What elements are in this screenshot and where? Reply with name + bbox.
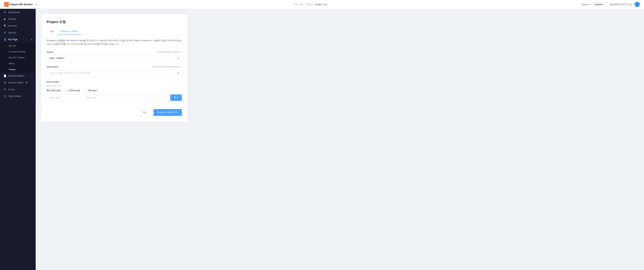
sidebar-label-my-erc-tokens: My ERC Tokens	[9, 56, 24, 59]
tab-bar: Info Actions & Filters	[46, 28, 182, 35]
sidebar-item-project[interactable]: Project	[0, 66, 36, 72]
documentation-icon: 📄	[4, 74, 6, 77]
sidebar-label-billing: Billing	[9, 62, 14, 65]
cancel-button[interactable]: 취소	[138, 109, 152, 116]
breadcrumb-project[interactable]: Project	[306, 3, 312, 5]
action-required: *	[54, 51, 54, 53]
sidebar-submenu-mypage: My Info Account Security My ERC Tokens B…	[0, 43, 36, 72]
sidebar-item-service-status[interactable]: ⊞ Service Status ↗	[0, 79, 36, 86]
sidebar-label-forum: Forum	[8, 88, 15, 91]
chevron-right-icon-service: ›	[32, 32, 32, 34]
action-search-hint: 검색할 Action을 입력합니다.	[156, 51, 182, 54]
forum-icon: ✉	[4, 88, 6, 91]
external-link-icon-forum: ↗	[31, 89, 32, 90]
chevron-right-icon: ›	[32, 25, 32, 27]
sidebar-label-my-info: My Info	[9, 44, 16, 47]
breadcrumb: My Page › Project › Project 수정	[294, 3, 327, 6]
action-filter-section: Action Filter* Action Filter 471 Body ty…	[46, 81, 182, 101]
filter-input-row: 추가	[46, 95, 182, 101]
sub-action-search-hint: 검색할 Sub Action을 입력합니다.	[152, 65, 182, 68]
sidebar-label-security: Security	[8, 24, 17, 27]
tab-info[interactable]: Info	[46, 28, 57, 35]
filter-name-input[interactable]	[46, 95, 82, 101]
sidebar-item-my-info[interactable]: My Info	[0, 43, 36, 49]
tutorial-icon: ▶	[4, 18, 6, 20]
sidebar-item-billing[interactable]: Billing	[0, 61, 36, 66]
breadcrumb-mypage[interactable]: My Page	[294, 3, 303, 5]
logo-area: K Klaytn API Service ◀	[4, 2, 40, 7]
breadcrumb-current: Project 수정	[315, 3, 327, 6]
tab-actions-filters[interactable]: Actions & Filters	[57, 28, 81, 35]
submit-button[interactable]: Action & Filter 추가	[154, 109, 182, 116]
sidebar-item-account-security[interactable]: Account Security	[0, 49, 36, 55]
klaytn-logo-icon: K	[4, 2, 9, 7]
network-value: Cypress	[594, 3, 603, 5]
sidebar-label-service-status: Service Status	[8, 81, 24, 84]
chevron-down-sub-action-icon: ∨	[178, 72, 179, 74]
description-text: Project에서 호출할 API Action과 Filter를 정의합니다.…	[46, 39, 182, 46]
sidebar-label-help-center: Help Center	[8, 95, 21, 98]
sub-action-label: Sub Action*	[46, 65, 59, 68]
sidebar-item-documentation[interactable]: 📄 Documentation ↗	[0, 72, 36, 79]
action-filter-label-row: Action Filter*	[46, 81, 182, 83]
action-filter-label: Action Filter*	[46, 81, 60, 83]
sub-action-label-row: Sub Action* 검색할 Sub Action을 입력합니다.	[46, 65, 182, 68]
breadcrumb-sep1: ›	[304, 3, 304, 5]
sidebar-collapse-button[interactable]: ◀	[34, 2, 37, 6]
chevron-down-icon: ▾	[604, 3, 604, 5]
add-filter-button[interactable]: 추가	[170, 95, 182, 101]
action-buttons: 취소 Action & Filter 추가	[46, 106, 182, 116]
sidebar-label-documentation: Documentation	[8, 74, 24, 77]
sidebar-item-tutorial[interactable]: ▶ Tutorial	[0, 16, 36, 22]
radio-query-type[interactable]: Query type	[65, 89, 80, 92]
user-greeting: 안녕하세요, KA***** 님	[610, 3, 632, 6]
sidebar-label-service: Service	[8, 31, 16, 34]
sidebar-item-my-erc-tokens[interactable]: My ERC Tokens	[0, 55, 36, 61]
action-filter-hint: Action Filter 471	[46, 85, 182, 87]
breadcrumb-sep2: ›	[314, 3, 314, 5]
header-right: Network Cypress ▾ 안녕하세요, KA***** 님 👤	[582, 2, 640, 7]
radio-body-type[interactable]: Body type	[46, 89, 61, 92]
sidebar-item-security[interactable]: 🔍 Security ›	[0, 22, 36, 29]
sidebar-item-dashboard[interactable]: ⊞ Dashboard	[0, 9, 36, 16]
radio-label-body: Body type	[50, 89, 61, 92]
sidebar-item-help-center[interactable]: 🎧 Help Center ↗	[0, 93, 36, 100]
radio-rlp-type[interactable]: Rlp type	[84, 89, 97, 92]
radio-label-rlp: Rlp type	[88, 89, 97, 92]
sidebar-label-dashboard: Dashboard	[8, 11, 20, 13]
sidebar-item-service[interactable]: ⊟ Service ›	[0, 29, 36, 36]
sub-action-required: *	[58, 65, 59, 68]
help-center-icon: 🎧	[4, 95, 6, 98]
status-dot	[26, 82, 27, 83]
sidebar-label-tutorial: Tutorial	[8, 18, 16, 20]
action-filter-required: *	[60, 81, 60, 83]
filter-pattern-input[interactable]	[84, 95, 168, 101]
sub-action-select[interactable]: Sub Action을 선택해주세요 (선택 항목) ∨	[46, 70, 182, 77]
sub-action-section: Sub Action* 검색할 Sub Action을 입력합니다. Sub A…	[46, 65, 182, 77]
sidebar-item-forum[interactable]: ✉ Forum ↗	[0, 86, 36, 93]
radio-group: Body type Query type Rlp type	[46, 89, 182, 92]
avatar[interactable]: 👤	[634, 2, 640, 7]
network-select[interactable]: Cypress ▾	[592, 2, 607, 6]
chevron-down-action-icon: ∨	[178, 57, 179, 60]
external-link-icon-help: ↗	[31, 95, 32, 97]
sidebar: ⊞ Dashboard ▶ Tutorial 🔍 Security › ⊟ Se…	[0, 9, 36, 270]
page-title: Project 수정	[46, 20, 182, 24]
network-label: Network	[582, 3, 590, 5]
radio-circle-query	[65, 89, 68, 92]
sidebar-label-mypage: My Page	[8, 38, 18, 41]
action-select[interactable]: node::CallRPC ∨	[46, 55, 182, 61]
sub-action-placeholder: Sub Action을 선택해주세요 (선택 항목)	[49, 72, 90, 75]
action-section: Action* 검색할 Action을 입력합니다. node::CallRPC…	[46, 51, 182, 61]
action-label: Action*	[46, 51, 54, 53]
top-header: K Klaytn API Service ◀ My Page › Project…	[0, 0, 644, 9]
main-content: Project 수정 Info Actions & Filters Projec…	[36, 9, 644, 270]
action-selected-value: node::CallRPC	[49, 57, 65, 60]
chevron-down-mypage-icon: ∨	[31, 38, 32, 40]
radio-circle-rlp	[84, 89, 87, 92]
action-label-row: Action* 검색할 Action을 입력합니다.	[46, 51, 182, 54]
sidebar-item-mypage[interactable]: 👤 My Page ∨	[0, 36, 36, 43]
security-icon: 🔍	[4, 24, 6, 27]
mypage-icon: 👤	[4, 38, 6, 41]
sidebar-label-account-security: Account Security	[9, 50, 25, 53]
